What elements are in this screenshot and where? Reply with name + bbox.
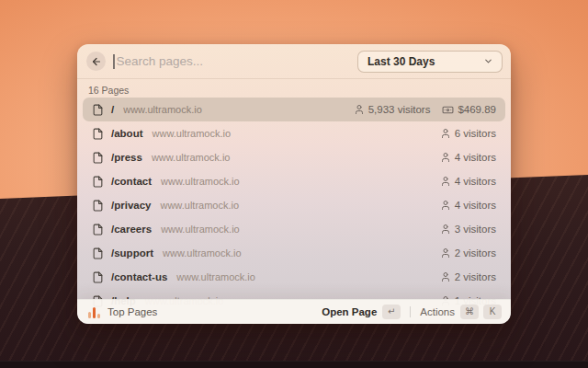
- search-palette-window: Last 30 Days 16 Pages / www.ultramock.io…: [77, 44, 511, 324]
- enter-key-badge: ↵: [382, 305, 401, 319]
- date-range-value: Last 30 Days: [368, 55, 435, 68]
- footer-divider: [410, 306, 411, 317]
- page-domain: www.ultramock.io: [153, 128, 232, 139]
- file-icon: [92, 176, 104, 188]
- open-page-action[interactable]: Open Page ↵: [322, 305, 401, 319]
- revenue-amount: $469.89: [458, 104, 496, 115]
- page-path: /: [111, 104, 114, 115]
- bar-chart-logo-icon: [88, 306, 100, 318]
- page-path: /about: [111, 128, 143, 139]
- visitors-count: 6 visitors: [455, 128, 496, 139]
- page-path: /privacy: [111, 200, 151, 211]
- page-path: /support: [111, 247, 153, 259]
- visitors-count: 2 visitors: [455, 271, 496, 282]
- user-icon: [440, 271, 451, 282]
- footer-bar: Top Pages Open Page ↵ Actions ⌘ K: [77, 299, 511, 324]
- page-domain: www.ultramock.io: [161, 224, 240, 235]
- visitors-metric: 5,933 visitors: [354, 104, 431, 115]
- page-row[interactable]: /careers www.ultramock.io 3 visitors: [83, 217, 505, 241]
- visitors-metric: 4 visitors: [440, 176, 496, 187]
- user-icon: [440, 128, 451, 139]
- page-path: /contact: [111, 176, 152, 187]
- file-icon: [92, 200, 104, 212]
- chevron-down-icon: [483, 56, 493, 66]
- visitors-count: 5,933 visitors: [368, 104, 431, 115]
- file-icon: [92, 271, 104, 283]
- page-row[interactable]: /press www.ultramock.io 4 visitors: [83, 145, 505, 169]
- date-range-dropdown[interactable]: Last 30 Days: [357, 51, 503, 73]
- visitors-count: 4 visitors: [455, 152, 496, 163]
- file-icon: [92, 247, 104, 259]
- page-domain: www.ultramock.io: [163, 247, 242, 259]
- page-domain: www.ultramock.io: [161, 176, 240, 187]
- page-domain: www.ultramock.io: [123, 104, 202, 115]
- visitors-metric: 4 visitors: [440, 152, 496, 163]
- file-icon: [92, 224, 104, 236]
- user-icon: [440, 152, 451, 163]
- actions-menu-trigger[interactable]: Actions ⌘ K: [420, 305, 502, 319]
- page-row[interactable]: /about www.ultramock.io 6 visitors: [83, 121, 505, 145]
- user-icon: [440, 224, 451, 235]
- arrow-left-icon: [91, 56, 102, 67]
- visitors-count: 3 visitors: [455, 224, 496, 235]
- page-row[interactable]: / www.ultramock.io 5,933 visitors $469.8…: [83, 98, 505, 121]
- user-icon: [440, 247, 451, 259]
- visitors-count: 4 visitors: [455, 176, 496, 187]
- visitors-metric: 3 visitors: [440, 224, 496, 235]
- revenue-metric: $469.89: [442, 104, 496, 116]
- banknote-icon: [442, 104, 454, 116]
- page-row[interactable]: /support www.ultramock.io 2 visitors: [83, 241, 505, 265]
- visitors-count: 2 visitors: [455, 247, 496, 259]
- page-path: /contact-us: [111, 271, 167, 282]
- page-domain: www.ultramock.io: [160, 200, 239, 211]
- user-icon: [440, 200, 451, 211]
- page-row[interactable]: /contact www.ultramock.io 4 visitors: [83, 169, 505, 193]
- page-row[interactable]: /privacy www.ultramock.io 4 visitors: [83, 193, 505, 217]
- command-key-badge: ⌘: [460, 305, 479, 319]
- footer-brand-label: Top Pages: [107, 306, 157, 317]
- actions-label: Actions: [420, 306, 455, 317]
- page-domain: www.ultramock.io: [152, 152, 231, 163]
- visitors-metric: 6 visitors: [440, 128, 496, 139]
- pages-list: / www.ultramock.io 5,933 visitors $469.8…: [77, 98, 511, 313]
- visitors-metric: 4 visitors: [440, 200, 496, 211]
- k-key-badge: K: [483, 305, 502, 319]
- text-cursor: [113, 54, 115, 69]
- bottom-dark-strip: [0, 361, 588, 368]
- visitors-metric: 2 visitors: [440, 247, 496, 259]
- section-label: 16 Pages: [77, 79, 511, 98]
- visitors-count: 4 visitors: [455, 200, 496, 211]
- user-icon: [440, 176, 451, 187]
- page-path: /press: [111, 152, 142, 163]
- back-button[interactable]: [86, 52, 106, 71]
- page-path: /careers: [111, 224, 152, 235]
- page-row[interactable]: /contact-us www.ultramock.io 2 visitors: [83, 265, 505, 289]
- open-page-label: Open Page: [322, 306, 377, 317]
- file-icon: [92, 152, 104, 164]
- search-input[interactable]: [117, 54, 358, 68]
- file-icon: [92, 128, 104, 140]
- file-icon: [92, 104, 104, 116]
- search-header: Last 30 Days: [77, 44, 511, 79]
- visitors-metric: 2 visitors: [440, 271, 496, 282]
- page-domain: www.ultramock.io: [176, 271, 255, 282]
- user-icon: [354, 104, 365, 115]
